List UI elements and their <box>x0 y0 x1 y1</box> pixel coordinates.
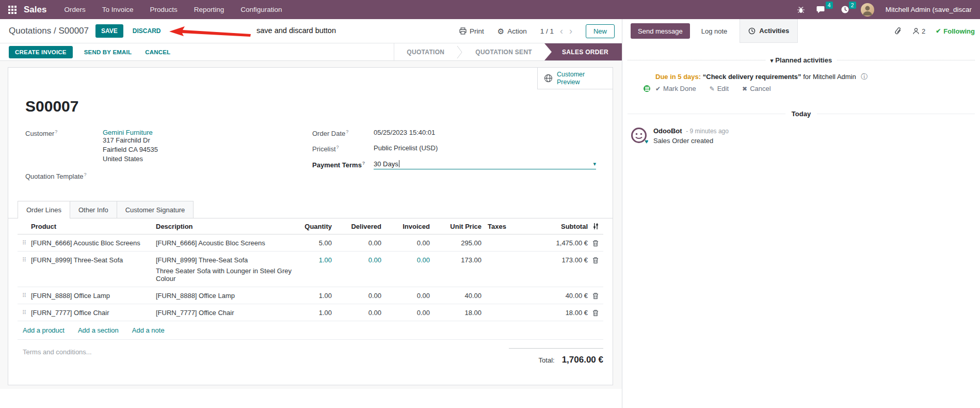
send-by-email-button[interactable]: SEND BY EMAIL <box>84 49 132 55</box>
edit-activity-button[interactable]: ✎Edit <box>710 85 729 92</box>
breadcrumb-quotations[interactable]: Quotations <box>9 26 51 36</box>
log-note-button[interactable]: Log note <box>701 19 728 43</box>
order-line-row[interactable]: ⠿[FURN_6666] Acoustic Bloc Screens[FURN_… <box>18 234 603 252</box>
order-date-value[interactable]: 05/25/2023 15:40:01 <box>374 129 435 137</box>
delete-row-icon[interactable] <box>588 292 603 300</box>
payment-terms-field[interactable]: 30 Days ▾ <box>374 160 596 169</box>
cell-unit-price[interactable]: 295.00 <box>430 239 481 247</box>
add-a-product-link[interactable]: Add a product <box>23 326 65 334</box>
activity-clock-icon[interactable]: 2 <box>841 5 849 14</box>
create-invoice-button[interactable]: CREATE INVOICE <box>9 46 73 58</box>
cell-invoiced[interactable]: 0.00 <box>381 309 430 317</box>
debug-bug-icon[interactable] <box>797 6 805 14</box>
drag-handle-icon[interactable]: ⠿ <box>18 309 31 317</box>
info-icon[interactable]: ⓘ <box>861 73 867 81</box>
delete-row-icon[interactable] <box>588 256 603 264</box>
cell-unit-price[interactable]: 40.00 <box>430 292 481 300</box>
cell-invoiced[interactable]: 0.00 <box>381 292 430 300</box>
activity-avatar[interactable] <box>631 72 649 91</box>
print-button[interactable]: Print <box>459 27 484 35</box>
cell-product[interactable]: [FURN_8999] Three-Seat Sofa <box>31 256 156 264</box>
cell-quantity[interactable]: 1.00 <box>295 256 332 264</box>
cell-delivered[interactable]: 0.00 <box>332 309 381 317</box>
cell-unit-price[interactable]: 173.00 <box>430 256 481 264</box>
activities-tab[interactable]: Activities <box>740 19 798 43</box>
order-line-row[interactable]: ⠿[FURN_7777] Office Chair[FURN_7777] Off… <box>18 304 603 321</box>
cell-quantity[interactable]: 1.00 <box>295 292 332 300</box>
paperclip-icon[interactable] <box>894 27 902 35</box>
quotation-template-label: Quotation Template? <box>25 171 103 180</box>
order-line-row[interactable]: ⠿[FURN_8999] Three-Seat Sofa[FURN_8999] … <box>18 252 603 287</box>
save-button[interactable]: SAVE <box>95 24 123 38</box>
cell-unit-price[interactable]: 18.00 <box>430 309 481 317</box>
cell-invoiced[interactable]: 0.00 <box>381 256 430 264</box>
cell-subtotal: 173.00 € <box>527 256 588 264</box>
drag-handle-icon[interactable]: ⠿ <box>18 292 31 300</box>
tab-order-lines[interactable]: Order Lines <box>18 201 70 218</box>
odoobot-avatar[interactable]: ♥ <box>631 127 647 144</box>
cell-description[interactable]: [FURN_8999] Three-Seat SofaThree Seater … <box>156 256 295 283</box>
nav-menu-configuration[interactable]: Configuration <box>240 6 282 13</box>
payment-terms-label: Payment Terms? <box>312 160 374 169</box>
pricelist-value[interactable]: Public Pricelist (USD) <box>374 144 438 153</box>
drag-handle-icon[interactable]: ⠿ <box>18 239 31 247</box>
chevron-down-icon[interactable]: ▾ <box>593 161 596 167</box>
app-name[interactable]: Sales <box>24 5 46 15</box>
cell-description[interactable]: [FURN_6666] Acoustic Bloc Screens <box>156 239 295 247</box>
user-avatar[interactable] <box>861 3 874 17</box>
message-author[interactable]: OdooBot <box>653 127 682 135</box>
state-quotation[interactable]: QUOTATION <box>394 43 457 60</box>
pencil-icon: ✎ <box>710 85 715 92</box>
customer-value: Gemini Furniture 317 Fairchild Dr Fairfi… <box>103 129 158 164</box>
add-a-section-link[interactable]: Add a section <box>78 326 119 334</box>
nav-menu-orders[interactable]: Orders <box>64 6 85 13</box>
cancel-activity-button[interactable]: ✖Cancel <box>742 85 771 92</box>
state-quotation-sent[interactable]: QUOTATION SENT <box>463 43 544 60</box>
tab-customer-signature[interactable]: Customer Signature <box>117 201 194 218</box>
discard-button[interactable]: DISCARD <box>133 27 161 35</box>
apps-menu-icon[interactable] <box>8 6 17 14</box>
send-message-button[interactable]: Send message <box>631 23 690 39</box>
tab-other-info[interactable]: Other Info <box>70 201 117 218</box>
nav-menu-reporting[interactable]: Reporting <box>194 6 224 13</box>
customer-preview-button[interactable]: CustomerPreview <box>537 68 613 89</box>
annotation-text: save and discard button <box>256 26 336 35</box>
cell-product[interactable]: [FURN_6666] Acoustic Bloc Screens <box>31 239 156 247</box>
cell-product[interactable]: [FURN_8888] Office Lamp <box>31 292 156 300</box>
cell-delivered[interactable]: 0.00 <box>332 292 381 300</box>
column-header-subtotal: Subtotal <box>527 223 588 230</box>
action-button[interactable]: ⚙ Action <box>497 27 527 35</box>
delete-row-icon[interactable] <box>588 309 603 317</box>
followers-button[interactable]: 2 <box>912 27 925 35</box>
cell-delivered[interactable]: 0.00 <box>332 256 381 264</box>
pager-previous-icon[interactable]: ‹ <box>560 26 563 36</box>
breadcrumb: Quotations / S00007 <box>9 26 89 36</box>
messages-icon[interactable]: 4 <box>816 5 826 14</box>
record-name: S00007 <box>25 98 603 115</box>
following-button[interactable]: ✔ Following <box>936 27 975 35</box>
cell-description[interactable]: [FURN_8888] Office Lamp <box>156 292 295 300</box>
cell-delivered[interactable]: 0.00 <box>332 239 381 247</box>
state-sales-order[interactable]: SALES ORDER <box>544 43 622 60</box>
cell-description[interactable]: [FURN_7777] Office Chair <box>156 309 295 317</box>
topnav-menus: OrdersTo InvoiceProductsReportingConfigu… <box>64 6 298 13</box>
add-a-note-link[interactable]: Add a note <box>132 326 165 334</box>
nav-menu-to-invoice[interactable]: To Invoice <box>102 6 134 13</box>
new-button[interactable]: New <box>586 24 615 38</box>
drag-handle-icon[interactable]: ⠿ <box>18 256 31 264</box>
mark-done-button[interactable]: ✔Mark Done <box>655 85 696 92</box>
cell-quantity[interactable]: 1.00 <box>295 309 332 317</box>
cell-invoiced[interactable]: 0.00 <box>381 239 430 247</box>
customer-link[interactable]: Gemini Furniture <box>103 129 158 136</box>
user-menu[interactable]: Mitchell Admin (save_discar <box>886 6 972 13</box>
nav-menu-products[interactable]: Products <box>150 6 178 13</box>
optional-columns-icon[interactable] <box>588 223 603 230</box>
cell-product[interactable]: [FURN_7777] Office Chair <box>31 309 156 317</box>
pager-next-icon[interactable]: › <box>569 26 572 36</box>
terms-and-conditions-field[interactable]: Terms and conditions... <box>23 348 92 365</box>
cell-quantity[interactable]: 5.00 <box>295 239 332 247</box>
order-line-row[interactable]: ⠿[FURN_8888] Office Lamp[FURN_8888] Offi… <box>18 287 603 304</box>
cancel-button[interactable]: CANCEL <box>145 49 170 55</box>
planned-activities-separator[interactable]: ▾Planned activities <box>628 56 975 64</box>
delete-row-icon[interactable] <box>588 239 603 247</box>
